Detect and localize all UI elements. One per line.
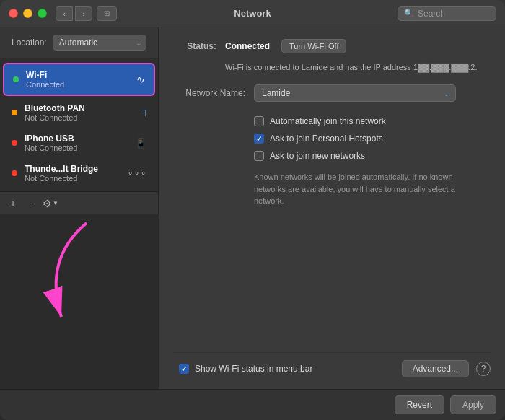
network-name-row: Network Name: Lamide [173, 84, 491, 102]
network-info-thunderbolt: Thunde...lt Bridge Not Connected [25, 164, 120, 183]
network-item-iphone-usb[interactable]: iPhone USB Not Connected 📱 [3, 128, 155, 158]
status-field-label: Status: [173, 41, 216, 51]
network-name-iphone: iPhone USB [25, 134, 128, 144]
pink-arrow-annotation [22, 216, 108, 331]
checkbox-row-ask-hotspot: Ask to join Personal Hotspots [254, 134, 491, 144]
revert-button[interactable]: Revert [395, 395, 444, 414]
network-status-wifi: Connected [26, 80, 129, 89]
search-icon: 🔍 [404, 9, 414, 18]
sidebar: Location: Automatic Wi-Fi Connected [0, 27, 159, 214]
network-info-bluetooth: Bluetooth PAN Not Connected [25, 103, 134, 122]
status-description: Wi-Fi is connected to Lamide and has the… [225, 62, 491, 73]
add-network-button[interactable]: + [4, 196, 22, 211]
back-button[interactable]: ‹ [56, 6, 73, 21]
status-value: Connected [225, 41, 270, 51]
known-networks-note: Known networks will be joined automatica… [254, 171, 456, 207]
location-select[interactable]: Automatic [53, 35, 146, 51]
search-box: 🔍 [398, 6, 496, 21]
bottom-row: Show Wi-Fi status in menu bar Advanced..… [173, 352, 491, 377]
main-panel: Status: Connected Turn Wi-Fi Off Wi-Fi i… [159, 27, 505, 389]
nav-buttons: ‹ › [56, 6, 92, 21]
advanced-button[interactable]: Advanced... [402, 360, 469, 377]
thunderbolt-icon: ⚬⚬⚬ [127, 169, 146, 178]
sidebar-toolbar: + − ⚙ ▼ [0, 191, 158, 214]
show-wifi-checkbox[interactable] [179, 364, 189, 374]
network-info-wifi: Wi-Fi Connected [26, 70, 129, 89]
minimize-button[interactable] [23, 9, 32, 18]
ask-new-label: Ask to join new networks [270, 151, 365, 161]
network-name-wifi: Wi-Fi [26, 70, 129, 80]
checkbox-row-ask-new: Ask to join new networks [254, 151, 491, 161]
status-row: Status: Connected Turn Wi-Fi Off [173, 39, 491, 53]
close-button[interactable] [9, 9, 18, 18]
network-name-thunderbolt: Thunde...lt Bridge [25, 164, 120, 174]
network-name-field-label: Network Name: [173, 88, 245, 98]
remove-network-button[interactable]: − [23, 196, 40, 211]
network-window: ‹ › ⊞ Network 🔍 Location: Automatic [0, 0, 505, 420]
titlebar: ‹ › ⊞ Network 🔍 [0, 0, 505, 27]
status-dot-bluetooth [12, 110, 17, 115]
phone-icon: 📱 [135, 138, 146, 149]
app-grid-button[interactable]: ⊞ [97, 6, 117, 21]
network-name-bluetooth: Bluetooth PAN [25, 103, 134, 113]
network-name-select-wrapper: Lamide [254, 84, 456, 102]
checkbox-row-auto-join: Automatically join this network [254, 116, 491, 126]
location-bar: Location: Automatic [0, 27, 158, 58]
wifi-icon: ∿ [136, 74, 145, 85]
network-item-wifi[interactable]: Wi-Fi Connected ∿ [3, 63, 155, 96]
gear-icon: ⚙ [43, 198, 52, 209]
show-wifi-label: Show Wi-Fi status in menu bar [195, 364, 312, 374]
status-dot-iphone [12, 140, 17, 146]
network-info-iphone: iPhone USB Not Connected [25, 134, 128, 152]
ask-new-checkbox[interactable] [254, 151, 264, 161]
network-status-iphone: Not Connected [25, 144, 128, 152]
maximize-button[interactable] [38, 9, 47, 18]
gear-dropdown-icon: ▼ [53, 200, 58, 206]
network-list: Wi-Fi Connected ∿ Bluetooth PAN Not Conn… [0, 58, 158, 191]
ask-hotspot-checkbox[interactable] [254, 134, 264, 144]
network-item-bluetooth[interactable]: Bluetooth PAN Not Connected 𐐑 [3, 97, 155, 128]
bottom-actions: Revert Apply [0, 389, 505, 420]
network-status-bluetooth: Not Connected [25, 113, 134, 122]
location-select-wrapper: Automatic [53, 35, 146, 51]
traffic-lights [9, 9, 47, 18]
location-label: Location: [12, 38, 47, 48]
show-wifi-row: Show Wi-Fi status in menu bar [179, 364, 312, 374]
bluetooth-icon: 𐐑 [141, 108, 146, 118]
network-name-select[interactable]: Lamide [254, 84, 456, 102]
gear-button[interactable]: ⚙ ▼ [42, 196, 59, 211]
apply-button[interactable]: Apply [450, 395, 496, 414]
auto-join-label: Automatically join this network [270, 116, 386, 126]
network-item-thunderbolt[interactable]: Thunde...lt Bridge Not Connected ⚬⚬⚬ [3, 158, 155, 188]
window-title: Network [234, 8, 271, 19]
search-input[interactable] [418, 9, 490, 19]
ask-hotspot-label: Ask to join Personal Hotspots [270, 134, 383, 144]
sidebar-wrapper: Location: Automatic Wi-Fi Connected [0, 27, 159, 389]
turn-wifi-off-button[interactable]: Turn Wi-Fi Off [281, 39, 346, 53]
network-status-thunderbolt: Not Connected [25, 174, 120, 183]
status-dot-thunderbolt [12, 170, 17, 176]
forward-button[interactable]: › [75, 6, 92, 21]
status-dot-wifi [13, 76, 19, 82]
content-area: Location: Automatic Wi-Fi Connected [0, 27, 505, 389]
help-button[interactable]: ? [476, 362, 491, 376]
auto-join-checkbox[interactable] [254, 116, 264, 126]
checkboxes-section: Automatically join this network Ask to j… [254, 116, 491, 161]
